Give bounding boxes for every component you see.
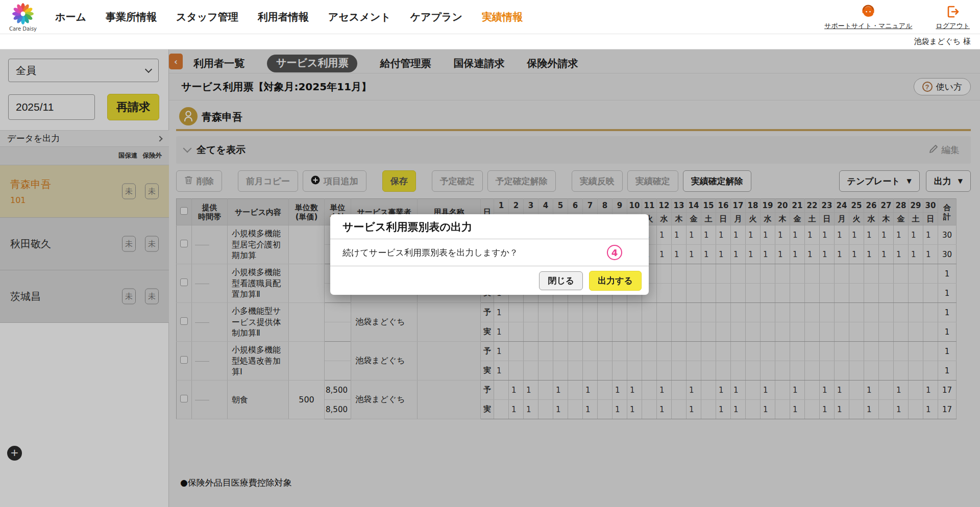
export-confirm-dialog: サービス利用票別表の出力 続けてサービス利用票別表を出力しますか？ 4 閉じる …	[330, 214, 649, 295]
nav-item-5[interactable]: ケアプラン	[410, 10, 462, 24]
logout-icon	[946, 5, 960, 21]
dialog-message: 続けてサービス利用票別表を出力しますか？	[342, 247, 518, 259]
nav-item-0[interactable]: ホーム	[55, 10, 86, 24]
nav-item-2[interactable]: スタッフ管理	[176, 10, 238, 24]
app-logo[interactable]: Care Daisy	[4, 3, 42, 32]
logout-link[interactable]: ログアウト	[936, 5, 970, 31]
main-menu: ホーム事業所情報スタッフ管理利用者情報アセスメントケアプラン実績情報	[55, 10, 523, 24]
dialog-body: 続けてサービス利用票別表を出力しますか？ 4	[330, 239, 649, 266]
dialog-footer: 閉じる 出力する	[330, 266, 649, 295]
support-headset-icon	[861, 4, 876, 21]
nav-item-1[interactable]: 事業所情報	[106, 10, 157, 24]
support-site-link[interactable]: サポートサイト・マニュアル	[824, 4, 912, 31]
account-bar: 池袋まどぐち 様	[0, 34, 980, 49]
daisy-logo-icon	[12, 3, 34, 27]
close-button[interactable]: 閉じる	[539, 271, 583, 290]
nav-item-3[interactable]: 利用者情報	[258, 10, 309, 24]
top-nav: Care Daisy ホーム事業所情報スタッフ管理利用者情報アセスメントケアプラ…	[0, 0, 980, 34]
annotation-circle-4: 4	[607, 245, 622, 260]
brand-label: Care Daisy	[9, 26, 37, 32]
export-button[interactable]: 出力する	[589, 271, 642, 291]
nav-item-6[interactable]: 実績情報	[482, 10, 523, 24]
dialog-header: サービス利用票別表の出力	[330, 214, 649, 239]
logout-label: ログアウト	[936, 21, 970, 31]
account-name: 池袋まどぐち 様	[914, 37, 971, 46]
nav-item-4[interactable]: アセスメント	[328, 10, 391, 24]
support-site-label: サポートサイト・マニュアル	[824, 21, 912, 31]
dialog-title: サービス利用票別表の出力	[342, 221, 472, 233]
